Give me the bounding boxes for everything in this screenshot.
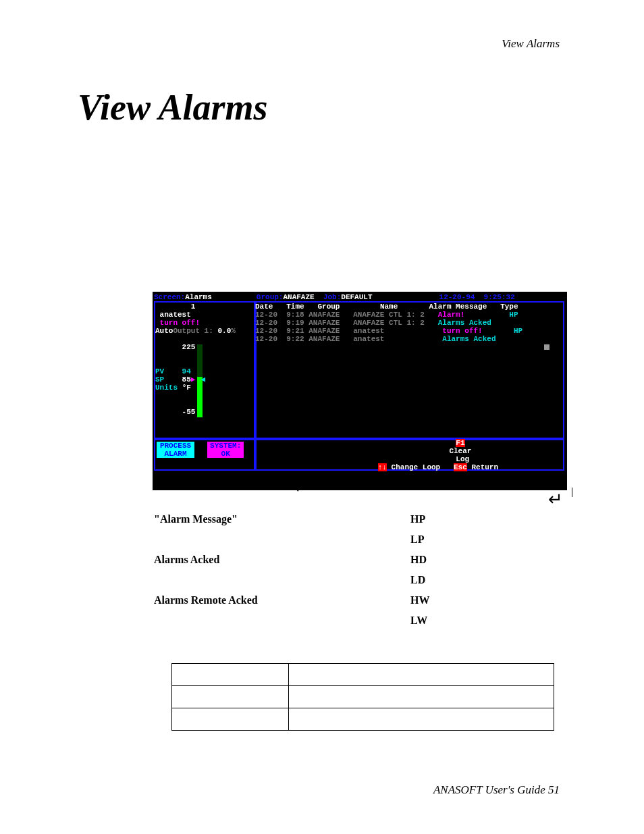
table-row [172,708,554,731]
process-alarm-badge: PROCESSALARM [157,442,194,458]
log-row: 12-20 9:22 ANAFAZE anatest Alarms Acked [255,335,563,343]
legend-right-4: HW [410,594,491,606]
page-footer: ANASOFT User's Guide 51 [433,783,560,797]
legend-right-5: LW [410,615,491,627]
arrow-key-badge: ↑↓ [378,463,387,471]
legend-right-1: LP [410,533,491,546]
gauge-hi: 225 [155,343,255,351]
legend-columns: "Alarm Message"HP LP Alarms AckedHD LD A… [154,513,566,635]
legend-right-3: LD [410,574,491,586]
sp-row: SP 85▶◀ [155,375,255,384]
running-head: View Alarms [502,37,560,51]
page-title: View Alarms [78,86,268,128]
log-row: 12-20 9:21 ANAFAZE anatest turn off! HP [255,327,563,335]
units-row: Units °F [155,384,255,392]
esc-key-badge: Esc [454,463,467,471]
term-header: Screen:Alarms Group:ANAFAZE Job:DEFAULT … [154,293,566,301]
loop-name: anatest [155,311,255,319]
loop-warning: turn off! [155,319,255,327]
log-row: 12-20 9:19 ANAFAZE ANAFAZE CTL 1: 2 Alar… [255,319,563,327]
table-row [172,664,554,686]
legend-left-1: Alarms Acked [154,554,410,566]
options-table [171,663,554,731]
system-ok-badge: SYSTEM:OK [207,442,244,458]
log-row: 12-20 9:18 ANAFAZE ANAFAZE CTL 1: 2 Alar… [255,311,563,319]
loop-output: AutoOutput 1: 0.0% [155,327,255,335]
terminal-screenshot: Screen:Alarms Group:ANAFAZE Job:DEFAULT … [153,292,567,490]
status-panel-right: F1 Clear Log ↑↓ Change Loop Esc Return [254,438,564,471]
f1-key-badge: F1 [456,439,464,447]
separator-line [154,489,566,494]
alarm-log-panel: Date Time Group Name Alarm Message Type … [254,301,564,440]
loop-index: 1 [155,303,255,311]
gauge-lo: -55 [155,408,255,416]
status-panel-left: PROCESSALARM SYSTEM:OK [154,438,257,471]
log-header: Date Time Group Name Alarm Message Type [255,303,563,311]
pv-row: PV 94 [155,367,255,375]
legend-right-2: HD [410,554,491,566]
legend-left-0: "Alarm Message" [154,513,410,525]
table-row [172,686,554,708]
legend-right-0: HP [410,513,491,525]
legend-left-2: Alarms Remote Acked [154,594,410,606]
loop-panel: 1 anatest turn off! AutoOutput 1: 0.0% 2… [154,301,257,440]
scrollbar-stub [544,344,549,350]
